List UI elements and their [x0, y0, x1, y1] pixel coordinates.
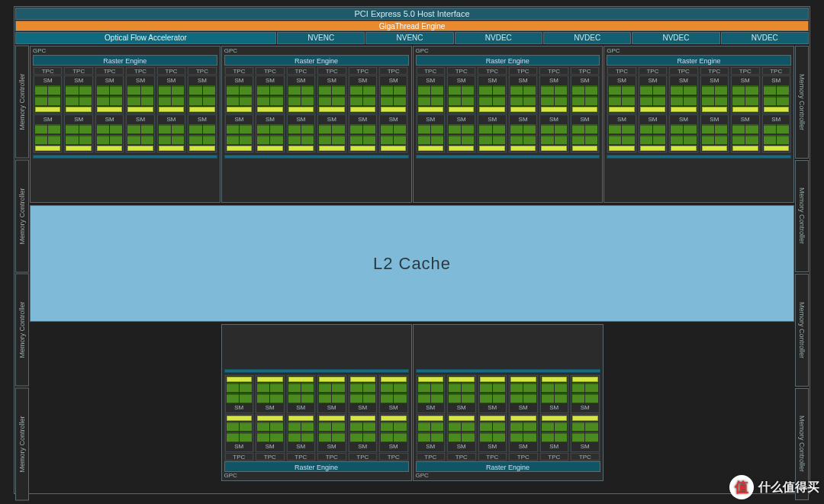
- cuda-cores: [480, 432, 506, 442]
- sm-block: SM: [447, 75, 475, 114]
- sm-block: SM: [349, 414, 378, 452]
- cuda-cores: [609, 135, 634, 145]
- tpc-label: TPC: [126, 67, 154, 75]
- cuda-cores: [449, 422, 475, 432]
- cuda-cores: [381, 393, 407, 403]
- cuda-cores: [35, 96, 60, 106]
- cuda-cores: [35, 135, 60, 145]
- cuda-cores: [159, 85, 184, 95]
- rt-core: [350, 377, 376, 382]
- memory-controller: Memory Controller: [795, 274, 809, 387]
- sm-block: SM: [287, 75, 315, 114]
- tpc-block: TPCSMSM: [125, 66, 155, 153]
- sm-label: SM: [418, 77, 443, 85]
- cuda-cores: [319, 135, 344, 145]
- sm-label: SM: [127, 116, 153, 124]
- gpc-label: GPC: [605, 47, 793, 55]
- cuda-cores: [479, 124, 504, 134]
- nvdec-block: NVDEC: [632, 32, 719, 44]
- sm-block: SM: [225, 414, 254, 452]
- cuda-cores: [609, 85, 634, 95]
- nvdec-block: NVDEC: [455, 32, 542, 44]
- cuda-cores: [449, 432, 475, 442]
- gpc-label: GPC: [31, 47, 219, 55]
- sm-label: SM: [449, 443, 475, 451]
- gpc-block: GPCRaster EngineTPCSMSMTPCSMSMTPCSMSMTPC…: [221, 46, 412, 203]
- sm-label: SM: [572, 404, 598, 412]
- cuda-cores: [671, 135, 696, 145]
- sm-block: SM: [349, 375, 378, 413]
- sm-label: SM: [189, 116, 214, 124]
- gpc-label: GPC: [414, 47, 602, 55]
- cuda-cores: [542, 383, 568, 393]
- sm-label: SM: [609, 77, 634, 85]
- tpc-block: TPCSMSM: [224, 66, 254, 153]
- nvenc-block: NVENC: [277, 32, 365, 44]
- rt-core: [732, 107, 758, 112]
- cuda-cores: [480, 393, 506, 403]
- tpc-block: TPCSMSM: [570, 374, 600, 461]
- cuda-cores: [541, 124, 566, 134]
- sm-block: SM: [225, 114, 253, 152]
- tpc-block: TPCSMSM: [508, 66, 538, 153]
- tpc-label: TPC: [349, 453, 378, 461]
- sm-block: SM: [571, 75, 599, 114]
- cuda-cores: [159, 124, 184, 134]
- sm-block: SM: [447, 114, 475, 152]
- gpc-label: GPC: [414, 472, 602, 480]
- cuda-cores: [609, 124, 634, 134]
- sm-block: SM: [287, 414, 316, 452]
- rt-core: [449, 107, 474, 112]
- cuda-cores: [319, 422, 345, 432]
- rt-core: [510, 416, 536, 421]
- tpc-label: TPC: [478, 67, 506, 75]
- sm-block: SM: [34, 114, 62, 152]
- tpc-label: TPC: [669, 67, 697, 75]
- gpc-block: GPCRaster EngineTPCSMSMTPCSMSMTPCSMSMTPC…: [413, 324, 604, 481]
- cuda-cores: [227, 422, 253, 432]
- tpc-label: TPC: [762, 67, 790, 75]
- sm-label: SM: [350, 404, 376, 412]
- cuda-cores: [257, 135, 282, 145]
- tpc-label: TPC: [447, 67, 475, 75]
- gpc-interconnect: [607, 155, 791, 159]
- sm-label: SM: [257, 77, 282, 85]
- memory-controllers-left: Memory ControllerMemory ControllerMemory…: [15, 46, 29, 500]
- cuda-cores: [227, 432, 253, 442]
- rt-core: [480, 377, 506, 382]
- rt-core: [671, 146, 696, 151]
- sm-label: SM: [319, 443, 345, 451]
- rt-core: [542, 377, 568, 382]
- cuda-cores: [449, 383, 475, 393]
- sm-block: SM: [447, 375, 476, 413]
- rt-core: [732, 146, 758, 151]
- sm-label: SM: [350, 116, 375, 124]
- sm-label: SM: [764, 116, 789, 124]
- rt-core: [702, 146, 727, 151]
- tpc-block: TPCSMSM: [508, 374, 539, 461]
- cuda-cores: [381, 135, 406, 145]
- sm-block: SM: [478, 375, 507, 413]
- gpc-interconnect: [224, 369, 409, 373]
- cuda-cores: [257, 383, 283, 393]
- tpc-block: TPCSMSM: [478, 374, 508, 461]
- cuda-cores: [319, 383, 345, 393]
- tpc-label: TPC: [287, 67, 315, 75]
- cuda-cores: [257, 85, 282, 95]
- rt-core: [257, 107, 282, 112]
- sm-block: SM: [478, 75, 506, 114]
- cuda-cores: [127, 96, 153, 106]
- cuda-cores: [127, 124, 153, 134]
- cuda-cores: [449, 124, 474, 134]
- tpc-block: TPCSMSM: [668, 66, 698, 153]
- rt-core: [381, 146, 406, 151]
- cuda-cores: [350, 432, 376, 442]
- rt-core: [189, 107, 214, 112]
- tpc-block: TPCSMSM: [187, 66, 217, 153]
- tpc-block: TPCSMSM: [255, 66, 285, 153]
- sm-block: SM: [188, 114, 216, 152]
- tpc-block: TPCSMSM: [95, 66, 124, 153]
- cuda-cores: [288, 85, 314, 95]
- cuda-cores: [159, 96, 184, 106]
- sm-label: SM: [350, 443, 376, 451]
